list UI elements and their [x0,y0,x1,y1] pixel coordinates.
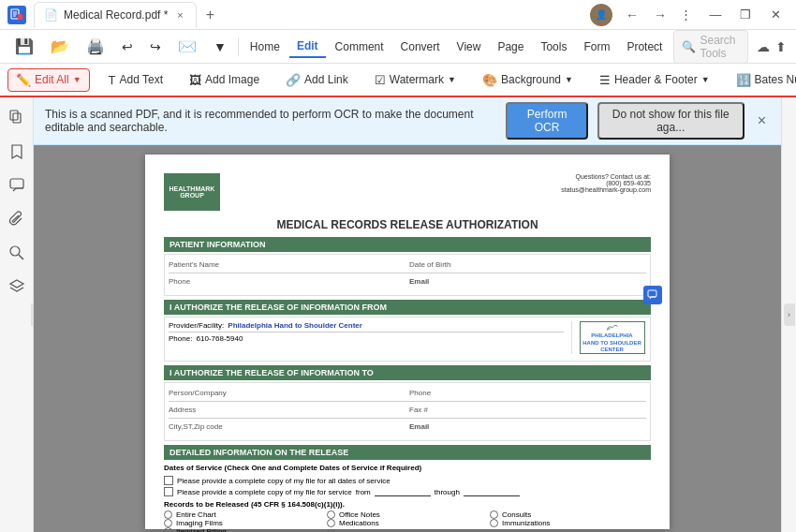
contact-email: status@healthmark-group.com [561,186,651,193]
nav-back-button[interactable]: ← [620,3,644,27]
close-button[interactable]: ✕ [762,2,789,28]
radio-consults[interactable] [490,510,498,519]
tab-file-icon: 📄 [44,8,58,22]
menu-mail[interactable]: ✉️ [170,34,204,59]
radio-office-notes[interactable] [327,510,335,519]
title-bar: 📄 Medical Record.pdf * × + 👤 ← → ⋮ — ❒ ✕ [0,0,796,30]
city-email-row: City,ST,Zip code Email [169,421,646,435]
sidebar-layers-button[interactable] [4,273,30,300]
detailed-section-header: DETAILED INFORMATION ON THE RELEASE [164,445,651,460]
redo-button[interactable]: ↪ [142,36,169,58]
email-to-field: Email [409,421,646,433]
background-button[interactable]: 🎨 Background ▼ [475,69,581,91]
active-tab[interactable]: 📄 Medical Record.pdf * × [34,2,197,28]
menu-home[interactable]: Home [243,37,287,57]
check2-through-label: through [435,488,460,496]
menu-view[interactable]: View [450,37,489,57]
record-other: Other [327,527,488,532]
user-avatar[interactable]: 👤 [590,4,612,26]
edit-icon: ✏️ [16,73,31,87]
add-image-button[interactable]: 🖼 Add Image [182,69,267,91]
menu-share-dropdown[interactable]: ▼ [206,36,234,58]
menu-print[interactable]: 🖨️ [79,34,112,59]
cloud-upload-button[interactable]: ⬆ [774,35,789,59]
provider-phone-label: Phone: [169,334,192,343]
record-medications: Medications [327,519,488,527]
bates-number-button[interactable]: 🔢 Bates Number ▼ [729,69,796,91]
through-date-field [464,487,520,496]
watermark-label: Watermark [390,73,444,86]
check2-checkbox[interactable] [164,487,173,496]
undo-button[interactable]: ↩ [114,36,140,58]
search-tools-box[interactable]: 🔍 Search Tools [673,30,747,64]
person-company-field: Person/Company [169,387,405,399]
sidebar-comments-button[interactable] [4,172,30,199]
new-tab-button[interactable]: + [199,4,221,26]
kebab-menu-button[interactable]: ⋮ [672,2,699,28]
auth-from-content: Provider/Facility: Philadelphia Hand to … [164,317,651,362]
perform-ocr-button[interactable]: Perform OCR [506,102,587,140]
header-footer-button[interactable]: ☰ Header & Footer ▼ [592,69,717,91]
sidebar-attachment-button[interactable] [4,206,30,232]
pdf-scroll-area[interactable]: HEALTHMARKGROUP Questions? Contact us at… [34,145,781,532]
minimize-button[interactable]: — [702,2,729,28]
auth-to-header: I AUTHORIZE THE RELEASE OF INFORMATION T… [164,365,651,380]
menu-open[interactable]: 📂 [43,34,77,59]
provider-col: Provider/Facility: Philadelphia Hand to … [169,321,564,354]
detailed-content: Dates of Service (Check One and Complete… [164,464,651,532]
menu-comment[interactable]: Comment [328,37,391,57]
svg-point-8 [10,246,20,256]
radio-medications[interactable] [327,519,335,527]
radio-immunizations[interactable] [490,519,498,527]
app-logo [7,6,26,24]
menu-page[interactable]: Page [490,37,531,57]
menu-file[interactable]: 💾 [7,34,41,59]
records-col3: Consults Immunizations [490,510,651,532]
tab-close-button[interactable]: × [173,8,186,22]
radio-entire-chart[interactable] [164,510,172,519]
radio-other[interactable] [327,529,335,533]
edit-all-dropdown-icon: ▼ [73,75,81,84]
records-header: Records to be Released (45 CFR § 164.508… [164,500,651,509]
right-sidebar-toggle[interactable]: › [784,303,795,326]
check1-checkbox[interactable] [164,476,173,485]
sidebar-bookmark-button[interactable] [4,139,30,165]
add-link-icon: 🔗 [286,73,301,87]
dob-field: Date of Birth [409,259,646,271]
dismiss-ocr-button[interactable]: Do not show for this file aga... [597,102,744,140]
sidebar-search-button[interactable] [4,240,30,266]
add-text-button[interactable]: T Add Text [101,69,170,91]
check2-from-label: from [356,488,371,496]
ocr-close-button[interactable]: × [754,112,770,129]
menu-convert[interactable]: Convert [393,37,448,57]
menu-form[interactable]: Form [576,37,617,57]
add-link-button[interactable]: 🔗 Add Link [278,69,356,91]
restore-button[interactable]: ❒ [732,2,759,28]
email-label: Email [409,277,429,286]
contact-phone: (800) 659-4035 [561,180,651,186]
tab-title: Medical Record.pdf * [64,8,168,22]
menu-protect[interactable]: Protect [619,37,670,57]
radio-itemized[interactable] [164,527,172,532]
menu-edit[interactable]: Edit [289,36,326,58]
auth-from-header: I AUTHORIZE THE RELEASE OF INFORMATION F… [164,300,651,315]
search-tools-placeholder: Search Tools [700,34,739,60]
edit-all-button[interactable]: ✏️ Edit All ▼ [7,68,90,92]
check2-pre-text: Please provide a complete copy of my fil… [177,488,352,496]
svg-rect-5 [10,111,18,120]
nav-forward-button[interactable]: → [648,3,672,27]
svg-point-11 [607,327,610,330]
header-footer-dropdown-icon: ▼ [701,75,710,84]
watermark-button[interactable]: ☑ Watermark ▼ [367,69,464,91]
menu-tools[interactable]: Tools [533,37,574,57]
cloud-sync-button[interactable]: ☁ [756,35,771,59]
add-image-icon: 🖼 [189,73,201,87]
svg-line-9 [19,255,23,259]
radio-imaging[interactable] [164,519,172,527]
sidebar-pages-button[interactable] [4,105,30,131]
add-text-label: Add Text [120,73,163,86]
pdf-title: MEDICAL RECORDS RELEASE AUTHORIZATION [164,218,651,231]
bates-icon: 🔢 [736,73,751,87]
svg-rect-6 [13,113,21,123]
pdf-comment-overlay[interactable] [643,286,662,304]
